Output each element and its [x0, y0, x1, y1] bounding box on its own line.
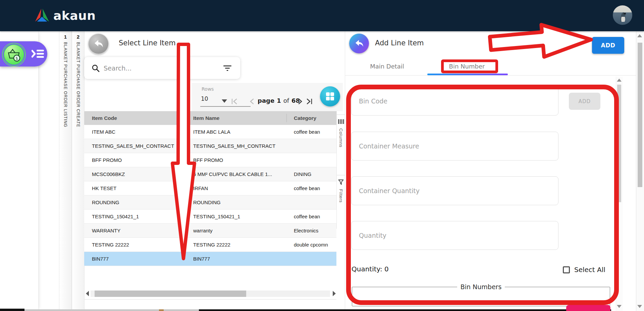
workspace-tab-listing[interactable]: 1 BLANKET PURCHASE ORDER LISTING [59, 31, 72, 311]
window-scroll-down-icon[interactable] [637, 305, 642, 308]
table-row[interactable]: TESTING 22222TESTING 22222double cpcomn [84, 238, 336, 252]
svg-text:$: $ [15, 56, 18, 61]
scroll-right-icon[interactable] [333, 291, 336, 296]
rows-per-page-label: Rows [202, 86, 214, 92]
tab-bin-number[interactable]: Bin Number [445, 62, 489, 71]
app-root: akaun $ 大 [0, 0, 644, 311]
container-quantity-field[interactable] [351, 176, 558, 205]
table-row[interactable]: MCSC006BKZ6 MM² CU/PVC BLACK CABLE 1...D… [84, 167, 336, 181]
brand-logo[interactable]: akaun [35, 8, 96, 24]
cell-item-code: TESTING_150421_1 [92, 210, 191, 224]
panel-scroll-down-icon[interactable] [617, 305, 622, 308]
select-all-checkbox[interactable] [563, 266, 570, 273]
cell-item-code: TESTING 22222 [92, 238, 191, 252]
table-row[interactable]: WARRANTYwarrantyElectronics [84, 224, 336, 238]
bottom-action-button[interactable] [566, 305, 610, 311]
back-button[interactable] [88, 34, 109, 54]
grid-view-button[interactable] [320, 86, 340, 106]
columns-label: Columns [338, 128, 343, 147]
collapse-menu-icon[interactable] [32, 49, 44, 60]
container-measure-field[interactable] [351, 132, 558, 161]
cell-category [294, 139, 336, 153]
table-row[interactable]: HK TESETIRFANcoffee bean [84, 181, 336, 195]
panel-scrollbar-thumb[interactable] [617, 85, 621, 202]
first-page-icon[interactable] [231, 98, 238, 106]
cell-item-code: ITEM ABC [92, 125, 191, 139]
add-button[interactable]: ADD [592, 37, 624, 54]
app-sidebar [0, 31, 39, 311]
tabs-divider [345, 75, 636, 76]
table-row[interactable]: TESTING_150421_1TESTING_150421_1coffee b… [84, 210, 336, 224]
page-number: 1 [277, 97, 281, 104]
search-input[interactable] [103, 64, 215, 72]
scroll-left-icon[interactable] [86, 291, 89, 296]
top-navbar: akaun [0, 0, 644, 31]
workspace-tab-label: BLANKET PURCHASE ORDER LISTING [63, 42, 68, 127]
filters-label: Filters [338, 189, 343, 203]
column-header-item-code[interactable]: Item Code [92, 115, 117, 121]
cell-item-name: IRFAN [193, 181, 284, 195]
tab-main-detail[interactable]: Main Detail [367, 62, 407, 71]
workspace-tab-create[interactable]: 2 BLANKET PURCHASE ORDER CREATE [72, 31, 85, 311]
cell-item-name: 6 MM² CU/PVC BLACK CABLE 1... [193, 167, 284, 181]
cell-category: coffee bean [294, 181, 336, 195]
table-row[interactable]: ITEM ABCITEM ABC LALAcoffee bean [84, 125, 336, 139]
column-header-category[interactable]: Category [294, 115, 316, 121]
rows-select-underline [200, 106, 251, 107]
bin-numbers-legend: Bin Numbers [457, 283, 505, 291]
table-row[interactable]: TESTING_SALES_MH_CONTRACTTESTING_SALES_M… [84, 139, 336, 153]
bottom-edge-mark [159, 309, 164, 311]
page-word: page [258, 97, 274, 104]
quantity-summary: Quantity: 0 [352, 265, 389, 273]
quantity-label: Quantity: [352, 265, 382, 273]
quantity-field[interactable] [351, 221, 558, 250]
horizontal-scrollbar-thumb[interactable] [95, 291, 246, 297]
cell-item-code: TESTING_SALES_MH_CONTRACT [92, 139, 191, 153]
filter-list-icon[interactable] [223, 65, 232, 72]
table-row-selected[interactable]: BIN777BIN777 [84, 252, 336, 266]
filters-tool[interactable]: Filters [337, 175, 345, 203]
columns-tool[interactable]: Columns [337, 115, 345, 147]
next-page-icon[interactable] [297, 98, 304, 106]
cell-item-name: BIN777 [193, 252, 284, 266]
workspace-tab-number: 1 [64, 34, 67, 40]
bin-add-button-disabled[interactable]: ADD [569, 93, 600, 110]
shopping-basket-icon[interactable]: $ [2, 43, 26, 66]
panel-scroll-up-icon[interactable] [617, 79, 622, 82]
cell-item-code: HK TESET [92, 181, 191, 195]
cell-category: DINING [294, 167, 336, 181]
cell-category: coffee bean [294, 125, 336, 139]
cell-item-name: TESTING_150421_1 [193, 210, 284, 224]
cell-category [294, 195, 336, 210]
search-bar [84, 57, 240, 79]
cell-category [294, 252, 336, 266]
bottom-edge-gray [24, 309, 199, 311]
cell-item-name: ITEM ABC LALA [193, 125, 284, 139]
table-row[interactable]: BFF PROMOBFF PROMO [84, 153, 336, 167]
cell-item-code: BIN777 [92, 252, 191, 266]
window-scrollbar-thumb[interactable] [638, 43, 642, 187]
cell-item-name: BFF PROMO [193, 153, 284, 167]
table-bottom-border [84, 299, 336, 300]
cell-category: coffee bean [294, 210, 336, 224]
bottom-edge-dark-left [0, 309, 24, 311]
prev-page-icon[interactable] [248, 98, 256, 106]
last-page-icon[interactable] [306, 98, 313, 106]
brand-name: akaun [53, 8, 96, 24]
rows-dropdown-caret-icon[interactable] [222, 99, 227, 103]
table-row[interactable]: ROUNDINGROUNDING [84, 195, 336, 210]
cell-category [294, 153, 336, 167]
bottom-edge-dark-right [199, 309, 611, 311]
rows-per-page-value[interactable]: 10 [201, 95, 208, 102]
page-indicator: page 1 of 68 [258, 97, 300, 104]
user-avatar[interactable] [613, 5, 632, 25]
bin-code-field[interactable] [351, 87, 558, 116]
column-header-item-name[interactable]: Item Name [193, 115, 219, 121]
cell-item-name: TESTING_SALES_MH_CONTRACT [193, 139, 284, 153]
of-word: of [283, 97, 289, 104]
search-icon [92, 64, 100, 72]
cell-category: double cpcomn [294, 238, 336, 252]
window-scroll-up-icon[interactable] [637, 34, 642, 37]
back-button-add-panel[interactable] [349, 34, 369, 53]
column-divider [286, 114, 287, 122]
